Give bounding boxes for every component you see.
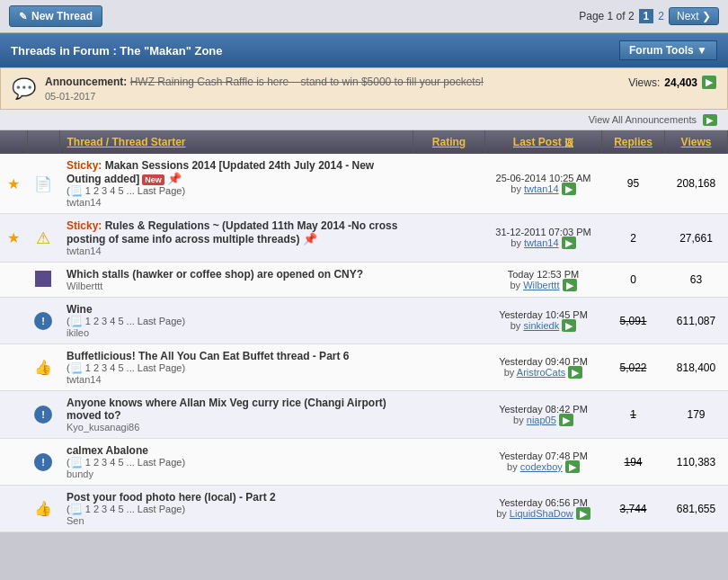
last-post-cell: 25-06-2014 10:25 AMby twtan14 ▶	[485, 154, 602, 214]
forum-tools-button[interactable]: Forum Tools ▼	[619, 40, 717, 60]
views-count: 681,655	[677, 503, 715, 515]
views-cell: 110,383	[665, 439, 728, 486]
col-header-replies[interactable]: Replies	[602, 130, 665, 154]
replies-cell: 5,091	[602, 298, 665, 344]
star-icon[interactable]: ★	[7, 176, 20, 192]
type-icon-cell: !	[27, 298, 59, 344]
thread-title-link[interactable]: Sticky: Rules & Regulations ~ (Updated 1…	[67, 219, 397, 245]
table-row: ★📄Sticky: Makan Sessions 2014 [Updated 2…	[0, 154, 728, 214]
type-icon-cell: !	[27, 391, 59, 439]
rating-cell	[413, 344, 485, 391]
page-links: (📃 1 2 3 4 5 ... Last Page)	[67, 316, 406, 327]
announcement-link[interactable]: HWZ Raining Cash Raffle is here – stand …	[130, 76, 484, 88]
thread-starter: Kyo_kusanagi86	[67, 422, 406, 433]
last-post-time: Today 12:53 PM	[493, 269, 595, 280]
thumbsup-icon: 👍	[34, 501, 52, 516]
col-header-views[interactable]: Views	[665, 130, 728, 154]
thread-starter: bundy	[67, 468, 406, 479]
info-icon: !	[34, 406, 52, 424]
page-links-text[interactable]: 1 2 3 4 5 ... Last Page	[85, 362, 182, 373]
thread-title-cell: calmex Abalone(📃 1 2 3 4 5 ... Last Page…	[59, 439, 413, 486]
replies-count: 1	[630, 408, 636, 421]
star-icon[interactable]: ★	[7, 230, 20, 245]
last-post-arrow-icon: ▶	[563, 279, 577, 291]
star-cell	[0, 344, 27, 391]
replies-cell: 95	[602, 154, 665, 214]
announcement-row: 💬 Announcement: HWZ Raining Cash Raffle …	[0, 67, 728, 110]
type-icon-cell: ⚠	[27, 214, 59, 263]
last-post-arrow-icon: ▶	[562, 236, 576, 249]
views-count: 818,400	[677, 361, 715, 374]
views-count: 110,383	[677, 456, 715, 468]
thread-title-link[interactable]: Which stalls (hawker or coffee shop) are…	[67, 268, 363, 281]
rating-cell	[413, 439, 485, 486]
col-header-lastpost[interactable]: Last Post 🖼	[485, 130, 602, 154]
views-count: 63	[690, 273, 702, 286]
thread-title-cell: Which stalls (hawker or coffee shop) are…	[59, 263, 413, 298]
thread-title-cell: Anyone knows where Allan Mix Veg curry r…	[59, 391, 413, 439]
new-thread-button[interactable]: ✎ New Thread	[9, 5, 102, 27]
thread-title-link[interactable]: calmex Abalone	[67, 444, 148, 457]
last-post-by: by AristroCats ▶	[493, 367, 595, 379]
last-post-user-link[interactable]: niap05	[527, 415, 556, 425]
thread-title-link[interactable]: Wine	[67, 303, 93, 316]
last-post-user-link[interactable]: AristroCats	[517, 367, 565, 378]
type-icon-cell: !	[27, 439, 59, 486]
view-all-announcements-link[interactable]: View All Announcements ▶	[589, 114, 717, 125]
thread-title-link[interactable]: Anyone knows where Allan Mix Veg curry r…	[67, 397, 386, 422]
star-cell: ★	[0, 214, 27, 263]
type-icon-cell: 👍	[27, 344, 59, 391]
thread-title-cell: Wine(📃 1 2 3 4 5 ... Last Page)ikileo	[59, 298, 413, 344]
views-count: 24,403	[664, 76, 697, 89]
star-cell: ★	[0, 154, 27, 214]
last-post-user-link[interactable]: twtan14	[524, 237, 559, 248]
table-row: !calmex Abalone(📃 1 2 3 4 5 ... Last Pag…	[0, 439, 728, 486]
last-post-user-link[interactable]: Wilberttt	[523, 280, 559, 290]
views-cell: 818,400	[665, 344, 728, 391]
thread-title-link[interactable]: Sticky: Makan Sessions 2014 [Updated 24t…	[67, 159, 374, 185]
last-post-by: by LiquidShaDow ▶	[493, 508, 595, 520]
replies-cell: 2	[602, 214, 665, 263]
thread-name: Anyone knows where Allan Mix Veg curry r…	[67, 397, 386, 422]
thumbsup-icon: 👍	[34, 360, 52, 375]
last-post-arrow-icon: ▶	[562, 319, 576, 332]
thread-name: calmex Abalone	[67, 444, 148, 457]
info-icon: !	[34, 312, 52, 330]
last-post-arrow-icon: ▶	[568, 366, 582, 379]
last-post-user-link[interactable]: codexboy	[520, 461, 563, 472]
col-header-rating[interactable]: Rating	[413, 130, 485, 154]
thread-name: Post your food photo here (local) - Part…	[67, 491, 276, 504]
last-post-user-link[interactable]: twtan14	[524, 183, 559, 194]
col-header-thread[interactable]: Thread / Thread Starter	[59, 130, 413, 154]
rating-cell	[413, 486, 485, 532]
last-post-cell: Yesterday 09:40 PMby AristroCats ▶	[485, 344, 602, 391]
thread-title-link[interactable]: Buffetlicious! The All You Can Eat Buffe…	[67, 350, 349, 362]
page-links-text[interactable]: 1 2 3 4 5 ... Last Page	[85, 504, 182, 514]
thread-title-link[interactable]: Post your food photo here (local) - Part…	[67, 491, 276, 504]
next-button[interactable]: Next ❯	[669, 7, 719, 25]
views-cell: 208,168	[665, 154, 728, 214]
rating-cell	[413, 391, 485, 439]
page-links-text[interactable]: 1 2 3 4 5 ... Last Page	[85, 457, 182, 468]
table-row: 👍Buffetlicious! The All You Can Eat Buff…	[0, 344, 728, 391]
announcement-icon: 💬	[12, 77, 36, 101]
last-post-arrow-icon: ▶	[565, 460, 580, 473]
thread-starter: twtan14	[67, 245, 406, 256]
last-post-user-link[interactable]: LiquidShaDow	[510, 508, 573, 519]
last-post-user-link[interactable]: sinkiedk	[523, 320, 559, 331]
replies-cell: 3,744	[602, 486, 665, 532]
forum-header: Threads in Forum : The "Makan" Zone Foru…	[0, 33, 728, 67]
page-links-text[interactable]: 1 2 3 4 5 ... Last Page	[85, 185, 182, 196]
threads-table: Thread / Thread Starter Rating Last Post…	[0, 130, 728, 532]
thread-starter: Wilberttt	[67, 281, 406, 291]
current-page[interactable]: 1	[639, 9, 654, 23]
page-links-text[interactable]: 1 2 3 4 5 ... Last Page	[85, 316, 182, 326]
rating-cell	[413, 214, 485, 263]
star-cell	[0, 298, 27, 344]
announcement-label: Announcement:	[45, 76, 127, 88]
last-post-cell: Today 12:53 PMby Wilberttt ▶	[485, 263, 602, 298]
page-links: (📃 1 2 3 4 5 ... Last Page)	[67, 362, 406, 374]
page-2-link[interactable]: 2	[658, 10, 664, 22]
replies-count: 0	[630, 273, 636, 286]
page-links: (📃 1 2 3 4 5 ... Last Page)	[67, 457, 406, 468]
